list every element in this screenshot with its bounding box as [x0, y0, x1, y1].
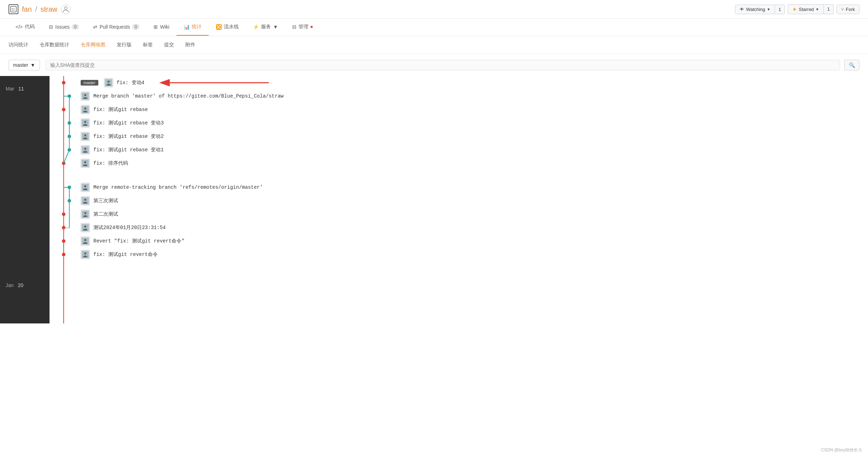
commit-avatar: [81, 183, 90, 192]
commit-avatar: [81, 223, 90, 232]
commit-row: fix: 测试git rebase 变动2: [81, 130, 868, 143]
sub-nav-network[interactable]: 仓库网络图: [81, 42, 105, 48]
date-column: Mar 11 Jan 20: [0, 76, 50, 323]
pr-icon: ⇄: [93, 24, 97, 30]
tab-pipeline[interactable]: 🔀 流水线: [209, 19, 246, 36]
commit-message[interactable]: fix: 测试git rebase 变动1: [93, 147, 164, 153]
commit-avatar: [81, 105, 90, 114]
graph-container: Mar 11 Jan 20: [0, 76, 868, 323]
watching-button[interactable]: 👁 Watching ▼: [735, 5, 775, 14]
svg-point-8: [62, 108, 65, 111]
commit-row: Revert "fix: 测试git revert命令": [81, 234, 868, 248]
svg-point-2: [64, 7, 67, 10]
commit-row: fix: 排序代码: [81, 157, 868, 170]
header-right: 👁 Watching ▼ 1 ★ Starred ▼ 1 ⑂ Fork: [735, 4, 860, 14]
svg-point-26: [108, 81, 110, 83]
sub-nav-tags[interactable]: 标签: [143, 42, 153, 48]
commit-message[interactable]: Merge branch 'master' of https://gitee.c…: [93, 93, 284, 99]
sub-nav-releases[interactable]: 发行版: [117, 42, 132, 48]
svg-point-4: [62, 81, 65, 84]
commit-row: fix: 测试git revert命令: [81, 248, 868, 261]
commit-avatar: [81, 196, 90, 205]
svg-point-46: [84, 226, 86, 228]
sub-nav-attachments[interactable]: 附件: [185, 42, 195, 48]
tab-stats[interactable]: 📊 统计: [177, 19, 209, 36]
sub-nav-commits[interactable]: 提交: [164, 42, 174, 48]
date-mar: Mar 11: [0, 82, 50, 92]
svg-point-50: [84, 252, 86, 255]
starred-count[interactable]: 1: [824, 4, 834, 14]
branch-selector[interactable]: master ▼: [8, 60, 40, 70]
branch-chevron-icon: ▼: [30, 62, 35, 68]
commit-row: fix: 测试git rebase 变动3: [81, 116, 868, 130]
commit-row: master fix: 变动4: [81, 76, 868, 89]
fork-icon: ⑂: [841, 7, 844, 12]
month-jan: Jan: [6, 282, 14, 288]
svg-point-38: [84, 161, 86, 163]
commit-avatar: [81, 236, 90, 246]
pipeline-icon: 🔀: [216, 24, 222, 30]
commit-avatar: [81, 118, 90, 128]
search-button[interactable]: 🔍: [844, 60, 860, 70]
graph-content: master fix: 变动4 Merge branch 'master' of…: [50, 76, 868, 323]
commit-avatar: [81, 159, 90, 168]
commits-list: master fix: 变动4 Merge branch 'master' of…: [78, 76, 868, 323]
chevron-down-icon-2: ▼: [816, 7, 819, 11]
tab-wiki[interactable]: ⊞ Wiki: [146, 19, 176, 35]
commit-message[interactable]: fix: 测试git revert命令: [93, 251, 158, 258]
commit-avatar: [81, 250, 90, 259]
tab-issues[interactable]: ⊟ Issues 0: [42, 19, 86, 35]
commit-avatar: [81, 210, 90, 219]
commit-message[interactable]: 第二次测试: [93, 211, 118, 217]
sub-nav-access[interactable]: 访问统计: [8, 42, 28, 48]
sub-nav-repo-data[interactable]: 仓库数据统计: [40, 42, 69, 48]
starred-group: ★ Starred ▼ 1: [788, 4, 834, 14]
star-icon: ★: [792, 6, 797, 12]
tab-code[interactable]: </> 代码: [8, 19, 42, 36]
svg-point-9: [68, 121, 71, 125]
svg-point-44: [84, 212, 86, 214]
branch-label: master: [13, 62, 28, 68]
commit-avatar: [81, 145, 90, 154]
tab-pull-requests[interactable]: ⇄ Pull Requests 0: [86, 19, 146, 35]
commit-row: 第二次测试: [81, 207, 868, 221]
commit-message[interactable]: Revert "fix: 测试git revert命令": [93, 238, 185, 244]
svg-point-28: [84, 94, 86, 96]
svg-point-36: [84, 148, 86, 150]
day-20: 20: [18, 282, 23, 288]
svg-text:⊡: ⊡: [12, 7, 15, 11]
svg-point-22: [62, 253, 65, 256]
svg-point-48: [84, 239, 86, 241]
sha-search-input[interactable]: [46, 60, 840, 70]
repo-title: fan / straw: [22, 5, 57, 13]
commit-message[interactable]: fix: 变动4: [117, 80, 144, 86]
search-icon: 🔍: [849, 62, 855, 68]
manage-dot: [311, 26, 313, 28]
chevron-services: ▼: [273, 24, 278, 30]
commit-message[interactable]: 第三次测试: [93, 198, 118, 204]
watching-count[interactable]: 1: [775, 5, 785, 14]
starred-button[interactable]: ★ Starred ▼: [788, 4, 824, 14]
tab-services[interactable]: ⚡ 服务 ▼: [246, 19, 285, 36]
commit-avatar: [81, 132, 90, 141]
commit-message[interactable]: fix: 测试git rebase: [93, 106, 148, 113]
svg-point-17: [68, 199, 71, 203]
code-icon: </>: [16, 24, 23, 30]
svg-line-13: [64, 150, 69, 163]
header-left: ⊡ fan / straw: [8, 4, 71, 14]
commit-message[interactable]: fix: 排序代码: [93, 160, 128, 166]
wiki-icon: ⊞: [154, 24, 158, 30]
eye-icon: 👁: [740, 7, 744, 12]
services-icon: ⚡: [253, 24, 259, 30]
commit-message[interactable]: 测试2024年01月20日23:31:54: [93, 224, 166, 231]
svg-point-34: [84, 134, 86, 136]
manage-icon: ⊟: [292, 24, 296, 30]
commit-row: Merge branch 'master' of https://gitee.c…: [81, 89, 868, 103]
commit-message[interactable]: fix: 测试git rebase 变动2: [93, 133, 164, 140]
commit-message[interactable]: Merge remote-tracking branch 'refs/remot…: [93, 185, 263, 190]
header: ⊡ fan / straw 👁 Watching ▼ 1: [0, 0, 868, 19]
master-badge: master: [81, 80, 98, 86]
commit-message[interactable]: fix: 测试git rebase 变动3: [93, 120, 164, 126]
tab-manage[interactable]: ⊟ 管理: [285, 19, 320, 36]
fork-button[interactable]: ⑂ Fork: [837, 5, 860, 14]
